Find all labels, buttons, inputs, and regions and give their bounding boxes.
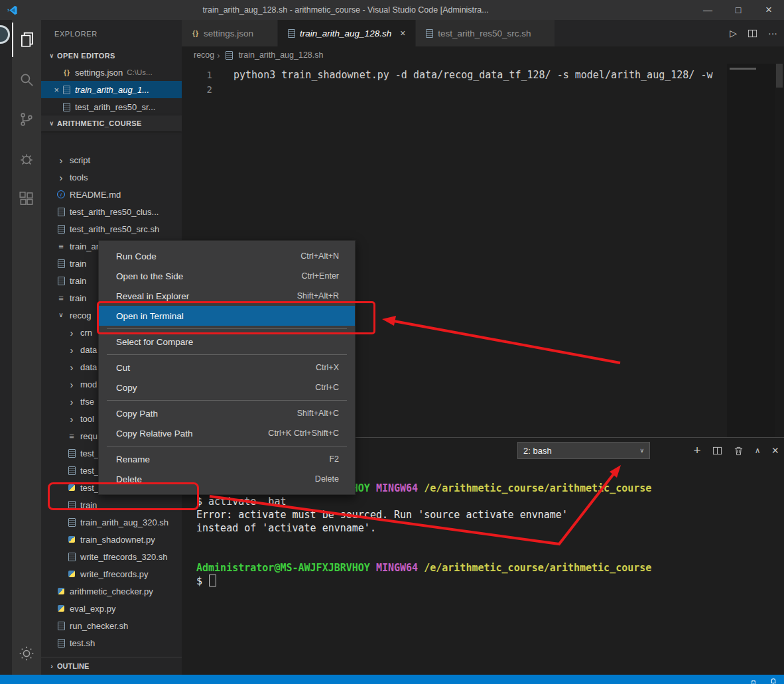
open-editor-item[interactable]: × train_arith_aug_1... <box>41 81 182 98</box>
file-icon <box>56 604 66 613</box>
tree-item[interactable]: test_arith_res50_src.sh <box>41 220 182 238</box>
breadcrumb-file[interactable]: train_arith_aug_128.sh <box>239 50 324 60</box>
file-icon <box>56 224 66 234</box>
minimize-button[interactable]: — <box>692 0 723 20</box>
context-menu: Run Code Ctrl+Alt+N Open to the Side Ctr… <box>98 240 356 495</box>
breadcrumb[interactable]: recog › train_arith_aug_128.sh <box>182 46 784 64</box>
tree-item[interactable]: write_tfrecords_320.sh <box>41 548 182 565</box>
open-editors-list: settings.json C:\Us... × train_arith_aug… <box>41 64 182 115</box>
file-icon <box>66 362 77 372</box>
tree-item[interactable]: test_arith_res50_clus... <box>41 203 182 220</box>
open-editor-item[interactable]: test_arith_res50_sr... <box>41 98 182 115</box>
context-menu-item[interactable]: Run Code Ctrl+Alt+N <box>99 246 355 266</box>
file-icon <box>66 569 77 579</box>
file-icon <box>56 241 66 251</box>
status-bar-right: ☺ <box>690 677 777 684</box>
title-bar: train_arith_aug_128.sh - arithmetic_cour… <box>0 0 784 20</box>
open-editor-item[interactable]: settings.json C:\Us... <box>41 64 182 81</box>
file-icon <box>66 483 77 492</box>
editor-tab[interactable]: train_arith_aug_128.sh × <box>278 20 416 46</box>
tree-item[interactable]: train_arith_aug_320.sh <box>41 513 182 531</box>
maximize-button[interactable]: □ <box>723 0 753 20</box>
file-icon <box>56 293 66 303</box>
context-menu-item[interactable]: Copy Ctrl+C <box>99 377 355 397</box>
window-title: train_arith_aug_128.sh - arithmetic_cour… <box>0 5 691 15</box>
file-icon <box>66 517 77 527</box>
settings-gear-icon[interactable] <box>12 636 41 671</box>
file-icon <box>66 328 77 337</box>
context-menu-item[interactable] <box>107 400 347 401</box>
line-number: 1 <box>182 68 212 82</box>
context-menu-item[interactable]: Cut Ctrl+X <box>99 358 355 377</box>
editor-tab[interactable]: settings.json <box>182 20 278 46</box>
context-menu-item[interactable]: Open to the Side Ctrl+Enter <box>99 266 355 286</box>
close-panel-icon[interactable]: × <box>771 444 779 458</box>
vscode-logo-icon <box>7 5 18 16</box>
tree-item[interactable]: arithmetic_checker.py <box>41 582 182 600</box>
file-icon <box>56 172 66 182</box>
vscode-window: train_arith_aug_128.sh - arithmetic_cour… <box>0 0 784 684</box>
file-icon <box>66 552 77 561</box>
new-terminal-icon[interactable]: + <box>694 443 701 458</box>
file-icon <box>56 310 66 320</box>
tree-item[interactable]: eval_exp.py <box>41 600 182 617</box>
context-menu-item[interactable] <box>107 354 347 355</box>
tree-item[interactable]: train_ <box>41 496 182 513</box>
tree-item[interactable]: README.md <box>41 186 182 203</box>
open-editors-header[interactable]: ∨ OPEN EDITORS <box>41 48 182 64</box>
status-bar: ☺ <box>0 675 784 684</box>
context-menu-item[interactable]: Copy Path Shift+Alt+C <box>99 403 355 423</box>
more-actions-icon[interactable]: ··· <box>768 28 777 38</box>
file-icon <box>56 190 66 199</box>
tree-item[interactable]: write_tfrecords.py <box>41 565 182 582</box>
context-menu-item[interactable]: Rename F2 <box>99 449 355 469</box>
notifications-bell-icon[interactable] <box>769 677 777 684</box>
explorer-icon[interactable] <box>12 23 41 57</box>
chevron-right-icon: › <box>46 662 57 670</box>
close-button[interactable]: × <box>753 0 784 20</box>
context-menu-item[interactable]: Open in Terminal <box>99 306 355 326</box>
breadcrumb-folder[interactable]: recog <box>194 50 214 60</box>
split-terminal-icon[interactable] <box>712 446 722 456</box>
shell-selector-dropdown[interactable]: 2: bash ∨ <box>517 442 650 459</box>
context-menu-item[interactable]: Delete Delete <box>99 469 355 489</box>
context-menu-item[interactable] <box>107 328 347 329</box>
file-icon <box>56 259 66 268</box>
context-menu-item[interactable] <box>107 446 347 446</box>
outline-section-header[interactable]: › OUTLINE <box>41 657 182 675</box>
debug-icon[interactable] <box>12 142 41 176</box>
file-icon <box>190 29 200 38</box>
context-menu-item[interactable]: Copy Relative Path Ctrl+K Ctrl+Shift+C <box>99 423 355 443</box>
context-menu-item[interactable]: Select for Compare <box>99 332 355 352</box>
extensions-icon[interactable] <box>12 182 41 216</box>
file-icon <box>224 50 235 60</box>
tree-item[interactable]: script <box>41 151 182 169</box>
kill-terminal-icon[interactable] <box>734 446 744 456</box>
source-control-icon[interactable] <box>12 102 41 137</box>
activity-bar <box>12 20 41 675</box>
split-editor-icon[interactable] <box>748 29 757 38</box>
tree-item[interactable]: train_shadownet.py <box>41 531 182 548</box>
context-menu-item[interactable]: Reveal in Explorer Shift+Alt+R <box>99 286 355 306</box>
maximize-panel-icon[interactable]: ∧ <box>755 446 761 455</box>
file-icon <box>56 155 66 165</box>
feedback-smiley-icon[interactable]: ☺ <box>750 677 757 684</box>
scrollbar[interactable] <box>775 64 784 437</box>
file-icon <box>61 85 72 94</box>
folder-section-header[interactable]: ∨ ARITHMETIC_COURSE <box>41 115 182 131</box>
chevron-down-icon: ∨ <box>46 52 57 59</box>
tab-bar-actions: ▷ ··· <box>730 20 777 46</box>
search-icon[interactable] <box>12 62 41 97</box>
file-icon <box>56 621 66 630</box>
sidebar-title: EXPLORER <box>41 20 182 48</box>
code-line: 1 python3 train_shadownet.py -d data/rec… <box>182 68 726 82</box>
tree-item[interactable]: test.sh <box>41 634 182 651</box>
tree-item[interactable]: run_checker.sh <box>41 617 182 634</box>
editor-tab[interactable]: test_arith_res50_src.sh <box>416 20 555 46</box>
close-icon[interactable]: × <box>52 85 61 95</box>
file-icon <box>56 207 66 216</box>
run-code-icon[interactable]: ▷ <box>730 28 737 38</box>
close-icon[interactable]: × <box>398 28 407 38</box>
minimap[interactable] <box>727 64 775 437</box>
tree-item[interactable]: tools <box>41 169 182 186</box>
